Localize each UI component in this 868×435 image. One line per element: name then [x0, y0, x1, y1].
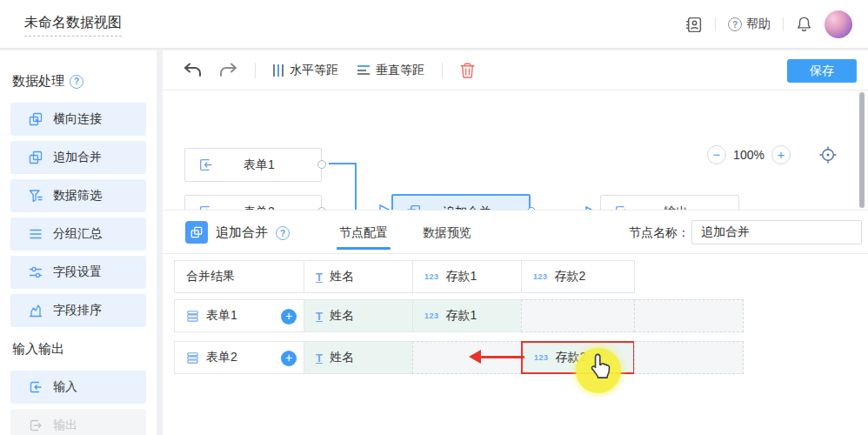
field-label: 存款1: [446, 308, 477, 324]
delete-node-button[interactable]: [460, 63, 475, 78]
column-label: 姓名: [330, 269, 354, 284]
sidebar-item-input[interactable]: 输入: [10, 371, 146, 404]
row2-empty-cell-extra[interactable]: [634, 341, 744, 374]
horizontal-equal-spacing-button[interactable]: 水平等距: [273, 63, 338, 78]
group-summary-icon: [29, 227, 43, 241]
section-help-icon[interactable]: ?: [70, 75, 83, 89]
output-icon: [29, 418, 43, 432]
column-label: 合并结果: [186, 269, 235, 284]
help-label: 帮助: [746, 17, 771, 32]
column-label: 存款1: [446, 269, 477, 284]
port-form1-out[interactable]: [317, 160, 326, 169]
row1-source-cell[interactable]: 表单1 +: [174, 299, 304, 332]
text-type-icon: T: [316, 310, 323, 323]
sidebar-item-label: 横向连接: [53, 111, 102, 127]
user-avatar[interactable]: [825, 10, 852, 38]
sidebar-item-label: 输出: [53, 418, 77, 433]
sidebar-item-data-filter[interactable]: 数据筛选: [10, 179, 146, 212]
source-label: 表单2: [206, 350, 237, 365]
number-type-icon: 123: [533, 272, 548, 281]
append-merge-chip: [185, 221, 208, 244]
node-name-input[interactable]: [691, 220, 862, 244]
crosshair-icon: [818, 145, 838, 164]
number-type-icon: 123: [424, 272, 439, 281]
help-icon: ?: [728, 17, 742, 31]
tab-data-preview[interactable]: 数据预览: [420, 211, 474, 254]
panel-help-icon[interactable]: ?: [276, 226, 290, 240]
node-config-panel: 追加合并 ? 节点配置 数据预览 节点名称： 合并结果 T 姓名 123 存款1…: [163, 210, 868, 435]
row1-empty-cell-deposit2[interactable]: [521, 299, 635, 332]
sidebar-item-field-sort[interactable]: 字段排序: [10, 294, 146, 327]
column-header-merge-result: 合并结果: [174, 260, 304, 293]
undo-icon: [184, 63, 203, 77]
tool-label: 垂直等距: [376, 63, 424, 78]
divider: [783, 17, 784, 31]
top-bar: 未命名数据视图 ? 帮助: [0, 0, 868, 49]
trash-icon: [460, 63, 475, 78]
zoom-in-button[interactable]: +: [771, 145, 791, 164]
form-icon: [186, 351, 199, 365]
add-field-button[interactable]: +: [281, 351, 297, 366]
zoom-level: 100%: [726, 148, 771, 162]
canvas-toolbar: 水平等距 垂直等距 保存: [163, 50, 868, 90]
contacts-icon[interactable]: [684, 16, 703, 34]
field-settings-icon: [29, 265, 43, 279]
row2-name-cell[interactable]: T 姓名: [304, 341, 413, 374]
add-field-button[interactable]: +: [281, 309, 297, 325]
append-merge-icon: [29, 151, 43, 164]
sidebar-item-field-settings[interactable]: 字段设置: [10, 256, 146, 289]
sidebar-item-label: 字段设置: [53, 264, 102, 280]
section-title: 数据处理: [12, 73, 64, 90]
panel-title: 追加合并: [216, 211, 268, 254]
node-label: 表单1: [213, 157, 321, 173]
column-label: 存款2: [555, 269, 586, 284]
number-type-icon: 123: [424, 311, 439, 320]
sidebar-item-append-merge[interactable]: 追加合并: [10, 141, 146, 174]
sidebar-item-label: 输入: [53, 379, 77, 395]
text-type-icon: T: [316, 271, 323, 284]
bell-icon[interactable]: [796, 16, 812, 33]
column-header-deposit2: 123 存款2: [521, 260, 635, 293]
zoom-controls: − 100% +: [707, 145, 838, 164]
row2-source-cell[interactable]: 表单2 +: [174, 341, 304, 374]
sidebar-item-label: 数据筛选: [53, 188, 102, 204]
sidebar-item-group-summary[interactable]: 分组汇总: [10, 218, 146, 251]
main-area: 水平等距 垂直等距 保存 表单1: [163, 50, 868, 435]
vertical-spacing-icon: [357, 64, 370, 77]
sidebar-section-input-output: 输入输出: [12, 341, 64, 358]
number-type-icon: 123: [534, 353, 549, 362]
redo-button[interactable]: [218, 63, 237, 77]
panel-header: 追加合并 ? 节点配置 数据预览 节点名称：: [163, 211, 868, 254]
divider: [255, 63, 256, 78]
row1-deposit1-cell[interactable]: 123 存款1: [412, 299, 522, 332]
vertical-scrollbar[interactable]: [859, 92, 865, 208]
tool-label: 水平等距: [290, 63, 338, 78]
row1-name-cell[interactable]: T 姓名: [304, 299, 413, 332]
node-form1[interactable]: 表单1: [184, 148, 322, 182]
field-sort-icon: [29, 304, 43, 318]
field-label: 姓名: [330, 350, 354, 365]
document-title[interactable]: 未命名数据视图: [24, 14, 122, 37]
zoom-out-button[interactable]: −: [707, 145, 726, 164]
row1-empty-cell-extra[interactable]: [634, 299, 744, 332]
help-button[interactable]: ? 帮助: [728, 17, 771, 32]
input-icon: [198, 157, 213, 172]
sidebar-section-data-processing: 数据处理 ?: [12, 73, 83, 90]
text-type-icon: T: [316, 351, 323, 365]
save-button[interactable]: 保存: [787, 59, 857, 83]
input-icon: [29, 380, 43, 394]
fit-view-button[interactable]: [818, 145, 838, 164]
tab-node-config[interactable]: 节点配置: [337, 211, 391, 254]
vertical-equal-spacing-button[interactable]: 垂直等距: [357, 63, 424, 78]
sidebar-item-label: 分组汇总: [53, 226, 102, 242]
flow-canvas[interactable]: 表单1 表单2 追加合并 输出 − 100% +: [163, 90, 868, 210]
filter-icon: [29, 189, 43, 203]
node-name-label: 节点名称：: [629, 211, 690, 254]
topbar-actions: ? 帮助: [684, 0, 852, 49]
sidebar: 数据处理 ? 横向连接 追加合并 数据筛选 分组汇总 字段设置: [0, 50, 157, 435]
sidebar-item-output: 输出: [10, 409, 146, 435]
undo-button[interactable]: [184, 63, 203, 77]
sidebar-item-horizontal-join[interactable]: 横向连接: [10, 103, 146, 136]
horizontal-spacing-icon: [273, 64, 284, 77]
append-merge-icon: [190, 226, 203, 238]
